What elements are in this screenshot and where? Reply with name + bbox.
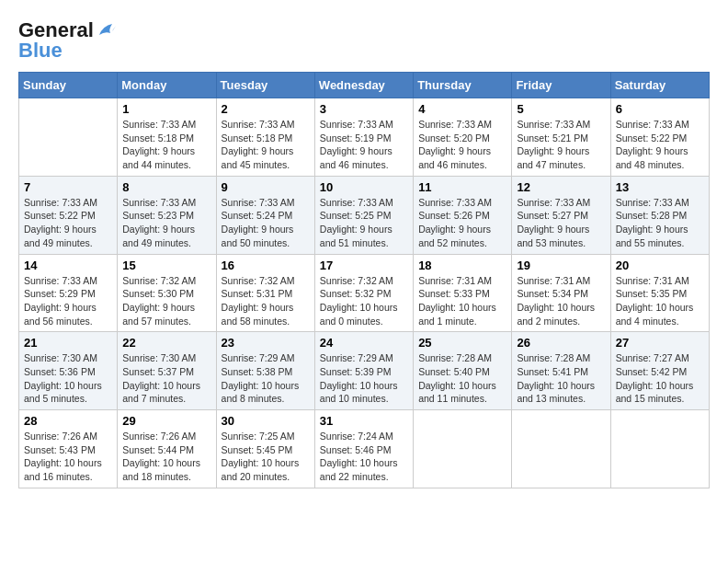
day-number: 22 bbox=[122, 336, 210, 350]
calendar-day-cell: 27Sunrise: 7:27 AMSunset: 5:42 PMDayligh… bbox=[610, 332, 709, 410]
day-info: Sunrise: 7:31 AMSunset: 5:33 PMDaylight:… bbox=[418, 274, 506, 328]
weekday-header: Tuesday bbox=[216, 73, 314, 98]
day-info: Sunrise: 7:33 AMSunset: 5:21 PMDaylight:… bbox=[517, 118, 605, 172]
calendar-day-cell: 23Sunrise: 7:29 AMSunset: 5:38 PMDayligh… bbox=[216, 332, 314, 410]
day-info: Sunrise: 7:27 AMSunset: 5:42 PMDaylight:… bbox=[616, 351, 704, 406]
day-number: 8 bbox=[122, 180, 210, 194]
day-info: Sunrise: 7:29 AMSunset: 5:39 PMDaylight:… bbox=[320, 351, 408, 406]
calendar-day-cell: 20Sunrise: 7:31 AMSunset: 5:35 PMDayligh… bbox=[610, 254, 709, 332]
day-number: 15 bbox=[122, 259, 210, 272]
day-info: Sunrise: 7:31 AMSunset: 5:35 PMDaylight:… bbox=[616, 274, 704, 328]
calendar-day-cell: 24Sunrise: 7:29 AMSunset: 5:39 PMDayligh… bbox=[314, 332, 413, 410]
calendar-day-cell: 12Sunrise: 7:33 AMSunset: 5:27 PMDayligh… bbox=[512, 176, 610, 254]
calendar-day-cell: 8Sunrise: 7:33 AMSunset: 5:23 PMDaylight… bbox=[118, 176, 216, 254]
day-info: Sunrise: 7:33 AMSunset: 5:25 PMDaylight:… bbox=[320, 196, 408, 250]
day-number: 19 bbox=[517, 259, 605, 272]
calendar-day-cell: 30Sunrise: 7:25 AMSunset: 5:45 PMDayligh… bbox=[216, 410, 314, 488]
calendar-day-cell: 17Sunrise: 7:32 AMSunset: 5:32 PMDayligh… bbox=[314, 254, 413, 332]
day-info: Sunrise: 7:30 AMSunset: 5:36 PMDaylight:… bbox=[24, 351, 112, 406]
calendar-week-row: 7Sunrise: 7:33 AMSunset: 5:22 PMDaylight… bbox=[19, 176, 710, 254]
calendar-day-cell: 1Sunrise: 7:33 AMSunset: 5:18 PMDaylight… bbox=[118, 98, 216, 177]
day-number: 6 bbox=[616, 102, 704, 116]
weekday-header: Wednesday bbox=[314, 73, 413, 98]
day-number: 28 bbox=[24, 414, 112, 428]
day-number: 9 bbox=[222, 180, 310, 194]
day-number: 27 bbox=[616, 336, 704, 350]
calendar-day-cell: 26Sunrise: 7:28 AMSunset: 5:41 PMDayligh… bbox=[512, 332, 610, 410]
logo-blue: Blue bbox=[18, 39, 63, 63]
calendar-day-cell bbox=[414, 410, 512, 488]
day-info: Sunrise: 7:33 AMSunset: 5:18 PMDaylight:… bbox=[122, 118, 210, 172]
day-info: Sunrise: 7:33 AMSunset: 5:20 PMDaylight:… bbox=[418, 118, 506, 172]
day-number: 16 bbox=[222, 259, 310, 272]
day-info: Sunrise: 7:26 AMSunset: 5:43 PMDaylight:… bbox=[24, 430, 112, 484]
day-number: 23 bbox=[222, 336, 310, 350]
calendar-day-cell: 9Sunrise: 7:33 AMSunset: 5:24 PMDaylight… bbox=[216, 176, 314, 254]
page-header: General Blue bbox=[18, 18, 710, 63]
calendar-week-row: 1Sunrise: 7:33 AMSunset: 5:18 PMDaylight… bbox=[19, 98, 710, 177]
weekday-header: Monday bbox=[118, 73, 216, 98]
day-info: Sunrise: 7:33 AMSunset: 5:18 PMDaylight:… bbox=[222, 118, 310, 172]
day-number: 24 bbox=[320, 336, 408, 350]
day-info: Sunrise: 7:33 AMSunset: 5:23 PMDaylight:… bbox=[122, 196, 210, 250]
calendar-day-cell: 11Sunrise: 7:33 AMSunset: 5:26 PMDayligh… bbox=[414, 176, 512, 254]
calendar-day-cell: 4Sunrise: 7:33 AMSunset: 5:20 PMDaylight… bbox=[414, 98, 512, 177]
calendar-day-cell: 10Sunrise: 7:33 AMSunset: 5:25 PMDayligh… bbox=[314, 176, 413, 254]
calendar-day-cell: 5Sunrise: 7:33 AMSunset: 5:21 PMDaylight… bbox=[512, 98, 610, 177]
day-number: 26 bbox=[517, 336, 605, 350]
day-info: Sunrise: 7:33 AMSunset: 5:29 PMDaylight:… bbox=[24, 274, 112, 328]
weekday-header: Sunday bbox=[19, 73, 118, 98]
day-info: Sunrise: 7:33 AMSunset: 5:27 PMDaylight:… bbox=[517, 196, 605, 250]
day-number: 17 bbox=[320, 259, 408, 272]
day-number: 14 bbox=[24, 259, 112, 272]
day-number: 31 bbox=[320, 414, 408, 428]
calendar-day-cell: 18Sunrise: 7:31 AMSunset: 5:33 PMDayligh… bbox=[414, 254, 512, 332]
day-info: Sunrise: 7:28 AMSunset: 5:40 PMDaylight:… bbox=[418, 351, 506, 406]
day-info: Sunrise: 7:33 AMSunset: 5:28 PMDaylight:… bbox=[616, 196, 704, 250]
day-info: Sunrise: 7:33 AMSunset: 5:24 PMDaylight:… bbox=[222, 196, 310, 250]
calendar-day-cell: 31Sunrise: 7:24 AMSunset: 5:46 PMDayligh… bbox=[314, 410, 413, 488]
day-number: 5 bbox=[517, 102, 605, 116]
day-info: Sunrise: 7:25 AMSunset: 5:45 PMDaylight:… bbox=[222, 430, 310, 484]
day-info: Sunrise: 7:29 AMSunset: 5:38 PMDaylight:… bbox=[222, 351, 310, 406]
day-number: 4 bbox=[418, 102, 506, 116]
day-info: Sunrise: 7:33 AMSunset: 5:22 PMDaylight:… bbox=[24, 196, 112, 250]
calendar-day-cell bbox=[610, 410, 709, 488]
day-number: 10 bbox=[320, 180, 408, 194]
day-number: 12 bbox=[517, 180, 605, 194]
calendar-week-row: 28Sunrise: 7:26 AMSunset: 5:43 PMDayligh… bbox=[19, 410, 710, 488]
day-info: Sunrise: 7:32 AMSunset: 5:32 PMDaylight:… bbox=[320, 274, 408, 328]
weekday-header: Saturday bbox=[610, 73, 709, 98]
day-info: Sunrise: 7:31 AMSunset: 5:34 PMDaylight:… bbox=[517, 274, 605, 328]
day-number: 20 bbox=[616, 259, 704, 272]
day-number: 11 bbox=[418, 180, 506, 194]
calendar-day-cell: 28Sunrise: 7:26 AMSunset: 5:43 PMDayligh… bbox=[19, 410, 118, 488]
day-number: 21 bbox=[24, 336, 112, 350]
day-info: Sunrise: 7:33 AMSunset: 5:22 PMDaylight:… bbox=[616, 118, 704, 172]
calendar-day-cell: 29Sunrise: 7:26 AMSunset: 5:44 PMDayligh… bbox=[118, 410, 216, 488]
calendar-day-cell: 22Sunrise: 7:30 AMSunset: 5:37 PMDayligh… bbox=[118, 332, 216, 410]
day-number: 1 bbox=[122, 102, 210, 116]
day-number: 18 bbox=[418, 259, 506, 272]
calendar-day-cell bbox=[512, 410, 610, 488]
weekday-header: Friday bbox=[512, 73, 610, 98]
day-number: 13 bbox=[616, 180, 704, 194]
calendar-day-cell: 19Sunrise: 7:31 AMSunset: 5:34 PMDayligh… bbox=[512, 254, 610, 332]
calendar-day-cell: 6Sunrise: 7:33 AMSunset: 5:22 PMDaylight… bbox=[610, 98, 709, 177]
calendar-day-cell: 3Sunrise: 7:33 AMSunset: 5:19 PMDaylight… bbox=[314, 98, 413, 177]
calendar-day-cell: 14Sunrise: 7:33 AMSunset: 5:29 PMDayligh… bbox=[19, 254, 118, 332]
day-number: 29 bbox=[122, 414, 210, 428]
calendar-day-cell: 21Sunrise: 7:30 AMSunset: 5:36 PMDayligh… bbox=[19, 332, 118, 410]
calendar-day-cell: 13Sunrise: 7:33 AMSunset: 5:28 PMDayligh… bbox=[610, 176, 709, 254]
day-info: Sunrise: 7:24 AMSunset: 5:46 PMDaylight:… bbox=[320, 430, 408, 484]
day-info: Sunrise: 7:30 AMSunset: 5:37 PMDaylight:… bbox=[122, 351, 210, 406]
calendar-day-cell: 15Sunrise: 7:32 AMSunset: 5:30 PMDayligh… bbox=[118, 254, 216, 332]
calendar-week-row: 14Sunrise: 7:33 AMSunset: 5:29 PMDayligh… bbox=[19, 254, 710, 332]
logo: General Blue bbox=[18, 18, 116, 63]
day-info: Sunrise: 7:28 AMSunset: 5:41 PMDaylight:… bbox=[517, 351, 605, 406]
calendar-table: SundayMondayTuesdayWednesdayThursdayFrid… bbox=[18, 72, 710, 488]
day-info: Sunrise: 7:32 AMSunset: 5:31 PMDaylight:… bbox=[222, 274, 310, 328]
calendar-week-row: 21Sunrise: 7:30 AMSunset: 5:36 PMDayligh… bbox=[19, 332, 710, 410]
calendar-day-cell: 16Sunrise: 7:32 AMSunset: 5:31 PMDayligh… bbox=[216, 254, 314, 332]
weekday-header: Thursday bbox=[414, 73, 512, 98]
